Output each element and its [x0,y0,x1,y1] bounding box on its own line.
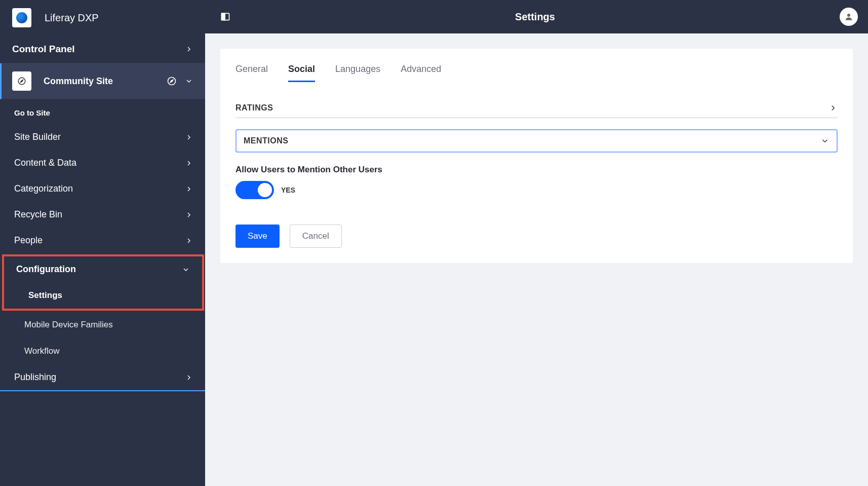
sidebar-toggle-icon[interactable] [220,12,230,22]
sidebar-item-label: Configuration [16,264,182,275]
user-icon [844,12,853,21]
user-avatar[interactable] [840,8,858,26]
sidebar-item-label: Categorization [14,183,185,194]
sidebar-item-label: Publishing [14,372,185,383]
tab-label: Advanced [401,64,441,74]
sidebar-item-label: People [14,235,185,246]
sidebar-subitem-label: Mobile Device Families [24,320,113,329]
svg-marker-3 [171,80,173,83]
compass-icon [12,71,31,91]
tabs: General Social Languages Advanced [235,64,838,82]
sidebar-subitem-mobile-device[interactable]: Mobile Device Families [0,312,205,338]
chevron-down-icon [820,136,830,145]
chevron-right-icon [185,237,193,245]
sidebar-subitem-workflow[interactable]: Workflow [0,338,205,364]
chevron-right-icon [828,103,838,113]
sidebar-item-content-data[interactable]: Content & Data [0,150,205,176]
section-mentions: MENTIONS Allow Users to Mention Other Us… [235,129,838,199]
tab-advanced[interactable]: Advanced [401,64,441,82]
sidebar-item-label: Recycle Bin [14,209,185,220]
brand-logo-icon [16,12,27,23]
highlight-annotation: Configuration Settings [2,254,204,311]
section-body-mentions: Allow Users to Mention Other Users YES [235,153,838,199]
save-button-label: Save [248,231,267,241]
sidebar-item-recycle-bin[interactable]: Recycle Bin [0,202,205,228]
brand-logo [12,8,31,27]
svg-point-6 [847,14,850,17]
sidebar-subitem-settings[interactable]: Settings [4,282,202,309]
chevron-right-icon [185,159,193,167]
cancel-button-label: Cancel [302,231,329,241]
sidebar-subitem-label: Settings [28,290,62,300]
toggle-row: YES [235,181,838,199]
svg-marker-1 [21,80,23,83]
chevron-right-icon [185,45,193,53]
sidebar-item-publishing[interactable]: Publishing [0,364,205,391]
tab-social[interactable]: Social [288,64,315,82]
content: General Social Languages Advanced RATING… [205,33,868,278]
tab-general[interactable]: General [235,64,268,82]
section-header-mentions[interactable]: MENTIONS [235,129,838,153]
tab-label: Languages [335,64,380,74]
chevron-down-icon [182,266,190,274]
sidebar-item-label: Site Builder [14,132,185,142]
go-to-site-label: Go to Site [14,108,50,117]
brand-title: Liferay DXP [45,12,99,24]
compass-small-icon [167,76,177,86]
sidebar-item-label: Content & Data [14,158,185,168]
save-button[interactable]: Save [235,225,280,248]
section-ratings: RATINGS [235,97,838,118]
sidebar-subitem-label: Workflow [24,346,60,356]
section-header-ratings[interactable]: RATINGS [235,97,838,118]
control-panel-label: Control Panel [12,44,185,55]
toggle-knob [258,183,272,197]
setting-label-allow-mentions: Allow Users to Mention Other Users [235,165,838,175]
chevron-down-icon [185,77,193,85]
sidebar: Liferay DXP Control Panel Community Site… [0,0,205,486]
page-title: Settings [230,11,840,23]
sidebar-item-control-panel[interactable]: Control Panel [0,35,205,63]
settings-card: General Social Languages Advanced RATING… [220,49,853,263]
sidebar-item-site-builder[interactable]: Site Builder [0,124,205,150]
svg-rect-5 [222,13,225,20]
section-title: MENTIONS [244,136,820,145]
chevron-right-icon [185,185,193,193]
sidebar-item-categorization[interactable]: Categorization [0,176,205,202]
sidebar-go-to-site[interactable]: Go to Site [0,99,205,124]
site-name-label: Community Site [44,76,167,87]
chevron-right-icon [185,133,193,141]
topbar: Settings [205,0,868,33]
chevron-right-icon [185,373,193,382]
chevron-right-icon [185,211,193,219]
tab-label: Social [288,64,315,74]
tab-languages[interactable]: Languages [335,64,380,82]
allow-mentions-toggle[interactable] [235,181,274,199]
brand: Liferay DXP [0,0,205,35]
sidebar-item-people[interactable]: People [0,228,205,253]
button-row: Save Cancel [235,225,838,248]
toggle-value-text: YES [281,186,295,194]
section-title: RATINGS [235,103,828,113]
tab-label: General [235,64,268,74]
sidebar-item-configuration[interactable]: Configuration [4,256,202,282]
sidebar-site-header[interactable]: Community Site [0,63,205,99]
cancel-button[interactable]: Cancel [290,225,342,248]
main: Settings General Social Languages Advanc… [205,0,868,486]
